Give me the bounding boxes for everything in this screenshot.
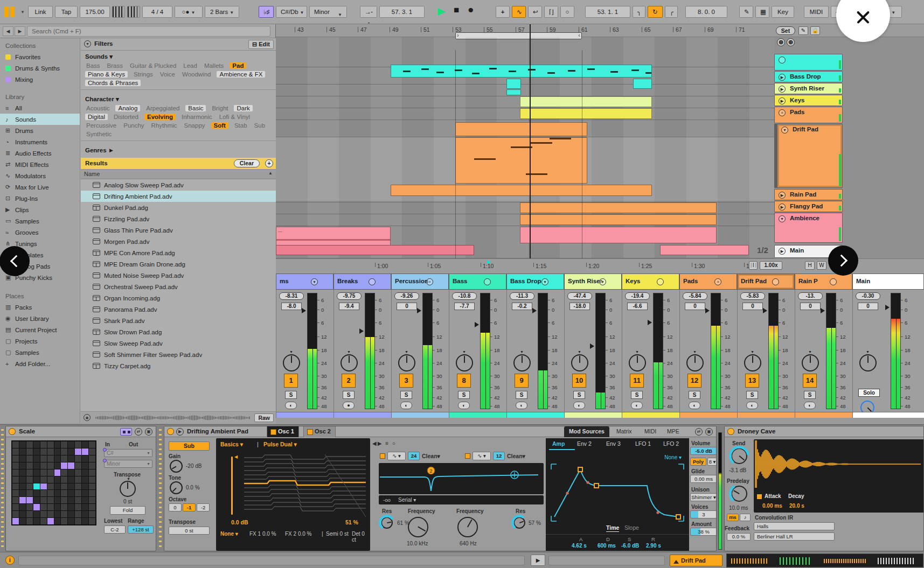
search-input[interactable]: Search (Cmd + F)	[27, 26, 270, 37]
zoom-level-button[interactable]: 1.00x	[760, 261, 782, 270]
edit-filters-button[interactable]: ⊟ Edit	[248, 40, 274, 49]
monitor-icon[interactable]: ◐	[400, 402, 412, 409]
pan-knob[interactable]	[571, 354, 588, 371]
library-item[interactable]: ▶ Clips	[0, 204, 80, 215]
tab-mpe[interactable]: MPE	[662, 426, 684, 437]
file-list-item[interactable]: Morgen Pad.adv	[81, 236, 276, 247]
tab-osc2[interactable]: Osc 2	[303, 426, 336, 437]
fader-marker[interactable]	[590, 343, 597, 349]
pan-knob[interactable]	[398, 354, 415, 371]
volume-b-field[interactable]: 0	[397, 303, 417, 310]
device-on-led[interactable]	[9, 428, 16, 435]
solo-button[interactable]: S	[746, 391, 758, 399]
feedback-field[interactable]: 0.0 %	[727, 533, 751, 541]
filter-tag[interactable]: Piano & Keys	[85, 71, 128, 78]
track-header[interactable]: ▶ Bass Drop	[774, 71, 843, 82]
punch-in-marker-button[interactable]: ⊕	[777, 38, 785, 46]
volume-b-field[interactable]: 0	[800, 303, 821, 310]
filter1-type-icon[interactable]: ∿ ▾	[387, 452, 406, 460]
key-map-button[interactable]: Key	[772, 6, 794, 18]
clip[interactable]	[391, 65, 652, 78]
ir-attack-value[interactable]: 0.00 ms	[762, 503, 782, 509]
library-item[interactable]: ≣ Audio Effects	[0, 148, 80, 159]
clip[interactable]	[276, 245, 474, 255]
track-activator[interactable]: 2	[342, 374, 356, 388]
fader-marker[interactable]	[648, 320, 655, 325]
chip-fold-icon[interactable]	[369, 278, 376, 285]
filter-tag[interactable]: Digital	[85, 114, 108, 120]
arrangement-position-field[interactable]: 57. 3. 1	[379, 6, 425, 18]
library-item[interactable]: ∿ Modulators	[0, 170, 80, 181]
filter-tag[interactable]: Stab	[233, 122, 248, 129]
capture-midi-button[interactable]: ○	[560, 6, 574, 18]
solo-button[interactable]: S	[516, 391, 527, 399]
filter1-character[interactable]: Clean▾	[422, 453, 440, 459]
range-field[interactable]: +128 st	[128, 525, 154, 534]
sub-button[interactable]: Sub	[169, 441, 210, 451]
clip[interactable]	[660, 245, 749, 255]
voice-count-menu[interactable]: 8 ▾	[707, 458, 717, 466]
send-knob[interactable]	[731, 448, 747, 464]
track-fold-icon[interactable]: ▶	[779, 204, 786, 211]
volume-b-field[interactable]: -9.4	[339, 303, 359, 310]
loop-length-field[interactable]: 8. 0. 0	[685, 6, 727, 18]
file-list-item[interactable]: Panorama Pad.adv	[81, 304, 276, 315]
library-item[interactable]: ⊞ Drums	[0, 125, 80, 136]
track-header[interactable]: ▼ Drift Pad	[774, 124, 843, 188]
clip[interactable]	[506, 79, 521, 89]
filter-tag[interactable]: Evolving	[144, 114, 176, 120]
solo-button[interactable]: Solo	[858, 389, 880, 397]
solo-button[interactable]: S	[285, 391, 297, 399]
loop-button[interactable]: ↻	[648, 6, 663, 18]
fader-marker[interactable]	[532, 308, 539, 313]
filter-tag[interactable]: Dark	[234, 105, 252, 111]
new-midi-track-button[interactable]: +	[496, 6, 510, 18]
places-item[interactable]: ▥ Packs	[0, 301, 80, 313]
unison-voices-field[interactable]: 3	[690, 510, 717, 518]
monitor-icon[interactable]: ◐	[573, 402, 585, 409]
time-signature-field[interactable]: 4 / 4	[142, 6, 172, 18]
key-map-icon[interactable]	[120, 428, 132, 436]
clip[interactable]	[455, 122, 587, 136]
volume-b-field[interactable]: 0	[858, 303, 878, 310]
monitor-icon[interactable]: ◐	[516, 402, 527, 409]
volume-field[interactable]: -19.4	[625, 292, 650, 300]
track-fold-icon[interactable]: ≡	[779, 109, 786, 116]
track-header[interactable]: ▶ Rain Pad	[774, 189, 843, 200]
volume-field[interactable]: -11.3	[510, 292, 534, 300]
subtab-lfo1[interactable]: LFO 1	[635, 440, 651, 447]
midi-map-button[interactable]: MIDI	[804, 6, 829, 18]
sort-icon[interactable]: ▲	[268, 171, 273, 176]
scale-root-dropdown[interactable]: C#▼	[104, 449, 152, 457]
clip[interactable]	[520, 227, 717, 243]
device-on-led[interactable]	[727, 428, 734, 435]
tab-matrix[interactable]: Matrix	[612, 426, 637, 437]
filter-tag[interactable]: Chords & Phrases	[85, 80, 141, 86]
volume-b-field[interactable]: 0	[742, 303, 763, 310]
volume-b-field[interactable]: -7.7	[454, 303, 475, 310]
file-list-item[interactable]: Fizzling Pad.adv	[81, 213, 276, 225]
transpose-knob[interactable]	[120, 481, 136, 497]
file-list-item[interactable]: Organ Incoming.adg	[81, 292, 276, 304]
decay-value[interactable]: 600 ms	[598, 543, 616, 549]
key-signature-icon[interactable]: ♭♯	[259, 6, 274, 18]
mod-target-menu[interactable]: None ▾	[220, 531, 238, 537]
filter-tag[interactable]: Basic	[185, 105, 206, 111]
fader-marker[interactable]	[821, 308, 828, 313]
filter-drive[interactable]: -oo	[383, 497, 391, 503]
freq2-knob[interactable]	[457, 517, 478, 537]
release-value[interactable]: 2.90 s	[646, 543, 661, 549]
filter-tag[interactable]: Strings	[133, 71, 154, 78]
track-fold-icon[interactable]: ▶	[779, 97, 786, 104]
file-list-item[interactable]: Shark Pad.adv	[81, 315, 276, 326]
tab-mod-sources[interactable]: Mod Sources	[564, 426, 609, 437]
fader-marker[interactable]	[885, 305, 892, 310]
save-preset-icon[interactable]: ▣	[705, 428, 713, 436]
track-header[interactable]: ▶ Flangy Pad	[774, 201, 843, 212]
device-header[interactable]: Droney Cave	[725, 426, 923, 437]
filter1-slope[interactable]: 24	[408, 452, 420, 460]
solo-button[interactable]: S	[458, 391, 470, 399]
tab-midi[interactable]: MIDI	[640, 426, 661, 437]
volume-field[interactable]: -47.4	[567, 292, 592, 300]
poly-button[interactable]: Poly	[690, 458, 706, 466]
